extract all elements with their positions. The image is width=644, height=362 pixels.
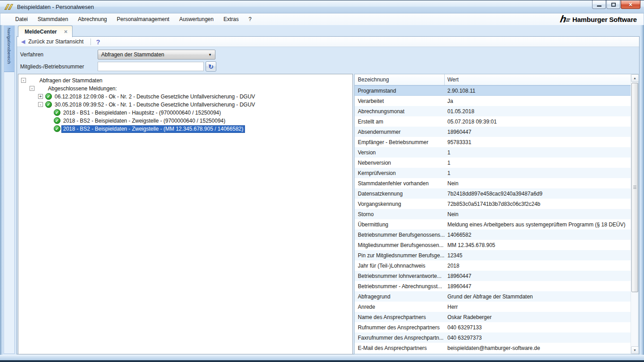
title-bar: Beispieldaten - Personalwesen × [0,0,644,13]
grid-cell-bezeichnung: Kernprüfversion [355,170,445,176]
scroll-up-icon[interactable]: ▲ [631,74,639,82]
grid-cell-wert: Oskar Radeberger [445,314,631,320]
tree-node[interactable]: +✓06.12.2018 12:09:08 - Ok - Nr. 2 - Deu… [18,93,352,101]
grid-cell-bezeichnung: Betriebsnummer Berufsgenossens... [355,232,445,238]
expand-icon[interactable]: + [38,94,43,99]
tree: -Abfragen der Stammdaten-Abgeschlossene … [18,74,352,133]
brand-logo: h = Hamburger Software [560,13,637,25]
grid-cell-bezeichnung: Mitgliedsnummer Berufsgenossen... [355,242,445,248]
grid-row[interactable]: Betriebsnummer Berufsgenossens...1406658… [355,230,631,240]
vertical-scrollbar[interactable]: ▲ ▼ [631,74,638,354]
tree-node[interactable]: -✓30.05.2018 09:39:52 - Ok - Nr. 1 - Deu… [18,101,352,109]
window-border-left [0,25,3,355]
maximize-button[interactable] [606,0,620,9]
back-to-start-button[interactable]: ◀ Zurück zur Startansicht [21,38,84,45]
tab-meldecenter[interactable]: MeldeCenter × [18,26,73,37]
grid-row[interactable]: Abrechnungsmonat01.05.2018 [355,106,631,116]
grid-row[interactable]: AbfragegrundGrund der Abfrage der Stammd… [355,291,631,302]
grid-cell-bezeichnung: Abfragegrund [355,294,445,300]
scrollbar-thumb[interactable] [631,83,638,292]
menu-bar: DateiStammdatenAbrechnungPersonalmanagem… [0,13,644,25]
collapse-icon[interactable]: - [21,78,26,83]
tab-close-icon[interactable]: × [64,28,68,35]
grid-row[interactable]: Absendernummer18960447 [355,127,631,137]
refresh-button[interactable]: ↻ [206,61,216,72]
window-title: Beispieldaten - Personalwesen [17,4,94,10]
grid-cell-wert: 040 63297133 [445,324,631,331]
grid-cell-bezeichnung: Pin zur Mitgliedsnummer Berufsge... [355,252,445,259]
mitgliedsnummer-label: Mitglieds-/Betriebsnummer [20,64,84,70]
grid-row[interactable]: Empfänger - Betriebsnummer95783331 [355,137,631,147]
menu-item-auswertungen[interactable]: Auswertungen [174,16,219,22]
menu-item-personalmanagement[interactable]: Personalmanagement [112,16,174,22]
minimize-button[interactable] [592,0,606,9]
menu-item-?[interactable]: ? [244,16,257,22]
grid-cell-wert: Grund der Abfrage der Stammdaten [445,294,631,300]
grid-row[interactable]: Name 1Beispieldaten [355,353,631,353]
mitgliedsnummer-input[interactable] [98,62,204,71]
grid-row[interactable]: Name des AnsprechpartnersOskar Radeberge… [355,312,631,322]
brand-text: Hamburger Software [572,16,637,23]
window-border-right [640,25,644,355]
column-header-bezeichnung[interactable]: Bezeichnung [355,74,445,85]
grid-row[interactable]: Pin zur Mitgliedsnummer Berufsge...12345 [355,250,631,260]
collapse-icon[interactable]: - [30,86,34,91]
app-icon [4,4,14,11]
minimize-icon [597,5,601,7]
grid-row[interactable]: Programmstand2.90.108.11 [355,85,631,96]
tree-node-label: 2018 - BS2 - Beispieldaten - Zweigstelle… [62,126,245,132]
grid-row[interactable]: Erstellt am05.07.2018 09:39:01 [355,116,631,127]
scroll-down-icon[interactable]: ▼ [631,346,639,354]
grid-row[interactable]: AnredeHerr [355,302,631,312]
grid-cell-wert: 2.90.108.11 [445,88,631,94]
tree-node[interactable]: ✓2018 - BS1 - Beispieldaten - Hauptsitz … [18,109,352,117]
grid-row[interactable]: StornoNein [355,209,631,219]
tree-node[interactable]: ✓2018 - BS2 - Beispieldaten - Zweigstell… [18,125,352,133]
grid-cell-wert: 18960447 [445,273,631,279]
tree-node[interactable]: ✓2018 - BS2 - Beispieldaten - Zweigstell… [18,117,352,125]
back-button-label: Zurück zur Startansicht [28,38,83,45]
grid-cell-wert: 05.07.2018 09:39:01 [445,119,631,125]
navigation-tab[interactable]: Navigationsbereich [4,26,14,72]
navigation-tab-label: Navigationsbereich [7,28,12,64]
grid-row[interactable]: Datensatzkennung7b2418dd897e458cac9240a3… [355,188,631,199]
content-frame: ◀ Zurück zur Startansicht ? Verfahren Ab… [17,36,640,354]
grid-row[interactable]: Mitgliedsnummer Berufsgenossen...MM 12.3… [355,240,631,250]
grid-row[interactable]: Vorgangskennung72b853c0a51741b3b7d83c06c… [355,199,631,209]
grid-row[interactable]: Betriebsnummer - Abrechnungsst...1896044… [355,281,631,291]
grid-cell-bezeichnung: Rufnummer des Ansprechpartners [355,324,445,331]
grid-cell-wert: 12345 [445,252,631,259]
menu-item-abrechnung[interactable]: Abrechnung [73,16,112,22]
grid-row[interactable]: E-Mail des Ansprechpartnersbeispieldaten… [355,343,631,353]
collapse-icon[interactable]: - [38,102,43,107]
grid-cell-wert: 1 [445,160,631,166]
grid-row[interactable]: Jahr für (Teil-)Lohnnachweis2018 [355,260,631,271]
close-button[interactable]: × [621,0,640,9]
grid-cell-bezeichnung: Erstellt am [355,119,445,125]
menu-item-extras[interactable]: Extras [219,16,244,22]
grid-row[interactable]: VerarbeitetJa [355,96,631,106]
tree-node-label: 06.12.2018 12:09:08 - Ok - Nr. 2 - Deuts… [53,94,257,100]
menu-item-stammdaten[interactable]: Stammdaten [33,16,73,22]
scrollbar-grip [633,186,636,189]
grid-row[interactable]: Version1 [355,147,631,158]
tree-node[interactable]: -Abgeschlossene Meldungen: [18,85,352,93]
grid-row[interactable]: Stammdatenfehler vorhandenNein [355,178,631,188]
menu-item-datei[interactable]: Datei [10,16,33,22]
check-icon: ✓ [54,125,60,132]
maximize-icon [611,3,616,7]
grid-cell-bezeichnung: Anrede [355,304,445,310]
grid-row[interactable]: Kernprüfversion1 [355,168,631,178]
column-header-wert[interactable]: Wert [445,74,638,85]
help-icon[interactable]: ? [96,38,100,46]
tree-node[interactable]: -Abfragen der Stammdaten [18,77,352,85]
grid-row[interactable]: Nebenversion1 [355,158,631,168]
grid-cell-bezeichnung: Vorgangskennung [355,201,445,207]
grid-cell-bezeichnung: Verarbeitet [355,98,445,104]
verfahren-dropdown[interactable]: Abfragen der Stammdaten ▼ [98,50,215,60]
grid-row[interactable]: Betriebsnummer lohnverantworte...1896044… [355,271,631,281]
grid-row[interactable]: Faxrufnummer des Ansprechpartn...040 632… [355,332,631,343]
grid-cell-bezeichnung: Übermittlung [355,221,445,228]
grid-row[interactable]: Rufnummer des Ansprechpartners040 632971… [355,322,631,332]
grid-row[interactable]: ÜbermittlungMeldung eines Arbeitgebers a… [355,219,631,230]
